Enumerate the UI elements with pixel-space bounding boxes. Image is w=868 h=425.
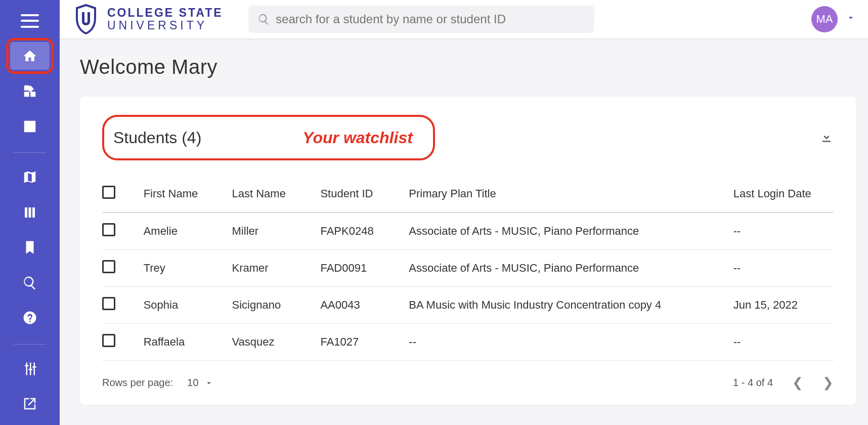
bar-chart-icon [22, 119, 37, 134]
cell-first-name: Trey [144, 250, 232, 287]
table-row[interactable]: RaffaelaVasquezFA1027---- [102, 324, 834, 361]
dropdown-arrow-icon [204, 378, 213, 388]
cell-student-id: FAD0091 [320, 250, 409, 287]
columns-icon [22, 205, 37, 220]
cell-last-login: -- [733, 250, 834, 287]
widgets-icon [22, 83, 37, 99]
row-checkbox[interactable] [102, 223, 115, 236]
cell-plan: Associate of Arts - MUSIC, Piano Perform… [409, 250, 733, 287]
watchlist-annotation-box: Students (4) Your watchlist [102, 115, 435, 160]
cell-student-id: AA0043 [320, 287, 409, 324]
watchlist-heading: Students (4) [113, 129, 201, 147]
cell-last-name: Miller [232, 212, 321, 250]
nav-reports[interactable] [10, 112, 50, 141]
download-icon [819, 130, 834, 144]
cell-last-name: Vasquez [232, 324, 321, 361]
map-icon [22, 169, 37, 185]
cell-last-name: Kramer [232, 250, 321, 287]
rows-per-page-select[interactable]: 10 [187, 377, 213, 389]
watchlist-card: Students (4) Your watchlist First Name L… [80, 97, 856, 405]
nav-settings[interactable] [10, 355, 50, 383]
row-checkbox[interactable] [102, 260, 115, 273]
select-all-checkbox[interactable] [102, 186, 115, 199]
logo: COLLEGE STATE UNIVERSITY [74, 4, 223, 34]
nav-map[interactable] [10, 163, 50, 191]
cell-last-login: -- [733, 212, 834, 250]
cell-last-login: Jun 15, 2022 [733, 287, 834, 324]
watchlist-annotation-label: Your watchlist [302, 129, 413, 147]
sliders-icon [22, 361, 37, 376]
chevron-down-icon [846, 13, 856, 23]
cell-plan: Associate of Arts - MUSIC, Piano Perform… [409, 212, 733, 250]
logo-shield-icon [74, 4, 98, 34]
row-checkbox[interactable] [102, 334, 115, 347]
table-header-row: First Name Last Name Student ID Primary … [102, 176, 834, 212]
students-table: First Name Last Name Student ID Primary … [102, 176, 834, 361]
help-icon [22, 310, 37, 325]
cell-first-name: Raffaela [144, 324, 232, 361]
col-last-name[interactable]: Last Name [232, 176, 321, 212]
rows-per-page-label: Rows per page: [102, 377, 173, 389]
nav-bookmark[interactable] [10, 233, 50, 262]
cell-student-id: FA1027 [320, 324, 409, 361]
cell-student-id: FAPK0248 [320, 212, 409, 250]
col-primary-plan[interactable]: Primary Plan Title [409, 176, 733, 212]
open-external-icon [22, 396, 37, 411]
pager-next[interactable]: ❯ [822, 375, 834, 391]
row-checkbox[interactable] [102, 297, 115, 310]
pager-prev[interactable]: ❮ [792, 375, 803, 391]
user-menu-toggle[interactable] [846, 13, 856, 26]
col-last-login[interactable]: Last Login Date [733, 176, 834, 212]
cell-plan: -- [409, 324, 733, 361]
nav-columns[interactable] [10, 198, 50, 227]
brand-line1: COLLEGE STATE [107, 7, 223, 19]
pager-range: 1 - 4 of 4 [733, 377, 773, 389]
nav-divider [14, 152, 46, 153]
main-content: Welcome Mary Students (4) Your watchlist… [60, 39, 868, 425]
col-student-id[interactable]: Student ID [320, 176, 409, 212]
search-icon [22, 275, 37, 290]
avatar[interactable]: MA [811, 6, 838, 32]
nav-home[interactable] [10, 42, 50, 70]
download-button[interactable] [819, 130, 834, 146]
menu-toggle-icon[interactable] [21, 14, 39, 28]
table-row[interactable]: AmelieMillerFAPK0248Associate of Arts - … [102, 212, 834, 250]
table-row[interactable]: SophiaSicignanoAA0043BA Music with Music… [102, 287, 834, 324]
table-row[interactable]: TreyKramerFAD0091Associate of Arts - MUS… [102, 250, 834, 287]
search-bar[interactable] [248, 6, 594, 33]
sidebar [0, 0, 60, 425]
cell-first-name: Sophia [144, 287, 232, 324]
page-title: Welcome Mary [80, 56, 868, 78]
nav-search[interactable] [10, 269, 50, 297]
pager: Rows per page: 10 1 - 4 of 4 ❮ ❯ [102, 375, 834, 391]
brand-line2: UNIVERSITY [107, 19, 223, 32]
cell-plan: BA Music with Music Industry Concentrati… [409, 287, 733, 324]
nav-divider-2 [14, 344, 46, 345]
nav-help[interactable] [10, 304, 50, 332]
search-input[interactable] [276, 12, 585, 26]
rows-per-page-value: 10 [187, 377, 198, 389]
topbar: COLLEGE STATE UNIVERSITY MA [60, 0, 868, 39]
cell-last-name: Sicignano [232, 287, 321, 324]
nav-dashboard[interactable] [10, 77, 50, 105]
bookmark-icon [22, 240, 37, 255]
cell-first-name: Amelie [144, 212, 232, 250]
col-first-name[interactable]: First Name [144, 176, 232, 212]
nav-external[interactable] [10, 390, 50, 418]
cell-last-login: -- [733, 324, 834, 361]
search-icon [257, 13, 270, 26]
home-icon [22, 49, 37, 64]
